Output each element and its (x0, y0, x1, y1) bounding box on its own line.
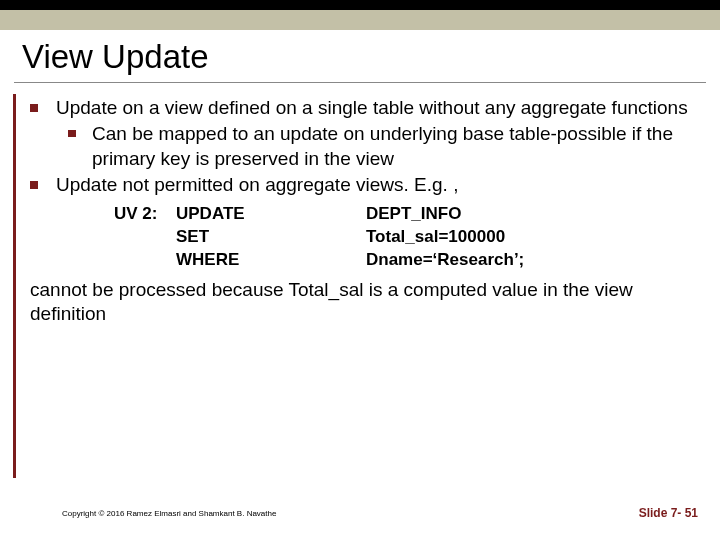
footer-slide-number: Slide 7- 51 (639, 506, 698, 520)
slide-title: View Update (22, 38, 209, 76)
content-area: Update on a view defined on a single tab… (30, 96, 696, 327)
side-accent (13, 94, 16, 478)
bullet-icon (30, 104, 38, 112)
code-block: UV 2: UPDATE DEPT_INFO SET Total_sal=100… (114, 203, 696, 272)
code-keyword: SET (176, 226, 366, 249)
bullet-1-text: Update on a view defined on a single tab… (56, 96, 696, 120)
code-row-2: SET Total_sal=100000 (114, 226, 696, 249)
closing-text: cannot be processed because Total_sal is… (30, 278, 696, 327)
title-underline (14, 82, 706, 83)
header-band (0, 10, 720, 30)
bullet-2-text: Update not permitted on aggregate views.… (56, 173, 696, 197)
slide: View Update Update on a view defined on … (0, 0, 720, 540)
code-label-empty (114, 249, 176, 272)
bullet-icon (30, 181, 38, 189)
code-row-1: UV 2: UPDATE DEPT_INFO (114, 203, 696, 226)
top-bar (0, 0, 720, 10)
bullet-1a-text: Can be mapped to an update on underlying… (92, 122, 696, 171)
code-keyword: WHERE (176, 249, 366, 272)
bullet-1a: Can be mapped to an update on underlying… (68, 122, 696, 171)
code-keyword: UPDATE (176, 203, 366, 226)
footer-copyright: Copyright © 2016 Ramez Elmasri and Shamk… (62, 509, 276, 518)
code-label: UV 2: (114, 203, 176, 226)
bullet-icon (68, 130, 76, 137)
code-value: Total_sal=100000 (366, 226, 696, 249)
code-label-empty (114, 226, 176, 249)
bullet-2: Update not permitted on aggregate views.… (30, 173, 696, 197)
code-value: Dname=‘Research’; (366, 249, 696, 272)
code-value: DEPT_INFO (366, 203, 696, 226)
code-row-3: WHERE Dname=‘Research’; (114, 249, 696, 272)
bullet-1: Update on a view defined on a single tab… (30, 96, 696, 120)
